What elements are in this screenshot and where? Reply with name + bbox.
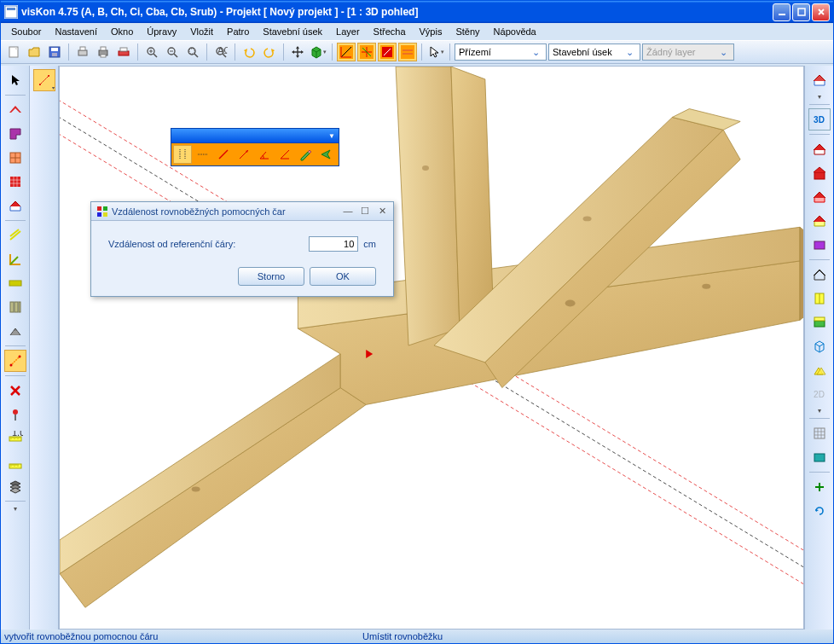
ft-red-line-tool[interactable]	[214, 145, 233, 164]
yellow-lines-tool[interactable]	[4, 224, 26, 247]
plus-tool[interactable]	[808, 476, 831, 498]
new-button[interactable]	[4, 43, 23, 61]
distance-input[interactable]	[309, 236, 358, 252]
zoom-all-button[interactable]: AΩ	[211, 43, 230, 61]
roof-red-tool[interactable]	[4, 99, 26, 121]
export-button[interactable]	[114, 43, 133, 61]
house-view-tool[interactable]	[808, 69, 831, 91]
menu-edit[interactable]: Úpravy	[142, 25, 182, 38]
wall-tool[interactable]	[4, 320, 26, 342]
box-button[interactable]: ▾	[309, 43, 327, 61]
chevron-down-icon: ▼	[328, 132, 335, 140]
svg-rect-28	[9, 281, 21, 286]
print-button[interactable]	[94, 43, 113, 61]
beams-tool[interactable]	[4, 296, 26, 318]
dialog-close-button[interactable]: ✕	[376, 206, 388, 217]
house-red1-tool[interactable]	[808, 138, 831, 160]
menu-layer[interactable]: Layer	[331, 25, 365, 38]
board-tool[interactable]	[4, 272, 26, 294]
menu-floor[interactable]: Patro	[222, 25, 254, 38]
book-tool[interactable]	[808, 287, 831, 310]
house-red2-tool[interactable]	[808, 162, 831, 184]
red-tile-tool[interactable]	[4, 171, 26, 193]
ok-button[interactable]: OK	[310, 267, 376, 286]
viewport-3d[interactable]: ▼ Vzdálenost rovnoběžných pomocných čar	[59, 66, 804, 629]
mode-1-button[interactable]	[337, 43, 356, 61]
toolbox-expand[interactable]: ▾	[14, 505, 17, 513]
rt-expand-1[interactable]: ▾	[818, 93, 821, 101]
floating-toolbar[interactable]: ▼	[171, 128, 339, 166]
ruler-yellow-tool[interactable]	[4, 451, 26, 473]
redo-button[interactable]	[260, 43, 279, 61]
main-window: visKon 4.75 (A, B, Ch, Ci, Cba, Cb, Srub…	[0, 0, 834, 644]
ft-angle2-tool[interactable]	[275, 145, 294, 164]
close-button[interactable]	[812, 3, 830, 21]
zoom-in-button[interactable]	[142, 43, 161, 61]
parallel-line-tool[interactable]: ▾	[33, 69, 55, 91]
cancel-button[interactable]: Storno	[238, 267, 304, 286]
menu-roof[interactable]: Střecha	[368, 25, 411, 38]
mode-4-button[interactable]	[398, 43, 417, 61]
print-preview-button[interactable]	[73, 43, 92, 61]
house-frame-tool[interactable]	[808, 264, 831, 286]
dialog-maximize-button[interactable]: ☐	[359, 206, 371, 217]
svg-point-55	[702, 284, 710, 289]
floor-combo[interactable]: Přízemí⌄	[455, 44, 547, 61]
teal-block-tool[interactable]	[808, 446, 831, 468]
menu-section[interactable]: Stavební úsek	[258, 25, 327, 38]
ft-edit-tool[interactable]	[296, 145, 315, 164]
status-right: Umístit rovnoběžku	[362, 631, 443, 641]
menu-help[interactable]: Nápověda	[489, 25, 542, 38]
menu-settings[interactable]: Nastavení	[49, 25, 102, 38]
svg-rect-8	[78, 50, 87, 55]
wireframe-tool[interactable]	[808, 335, 831, 357]
ft-send-tool[interactable]	[316, 145, 335, 164]
menu-insert[interactable]: Vložit	[185, 25, 218, 38]
menu-walls[interactable]: Stěny	[450, 25, 484, 38]
yellow-triangles-tool[interactable]	[808, 359, 831, 381]
ft-angle-tool[interactable]	[255, 145, 274, 164]
red-x-tool[interactable]	[4, 380, 26, 402]
mode-3-button[interactable]	[378, 43, 397, 61]
ft-dotted-v-tool[interactable]	[173, 145, 192, 164]
house-tool[interactable]	[4, 194, 26, 217]
section-combo[interactable]: Stavební úsek⌄	[548, 44, 640, 61]
mode-2-button[interactable]	[357, 43, 376, 61]
ft-dotted-h-tool[interactable]	[194, 145, 212, 164]
zoom-out-button[interactable]	[163, 43, 182, 61]
refresh-tool[interactable]	[808, 500, 831, 522]
house-red3-tool[interactable]	[808, 186, 831, 208]
guideline-tool[interactable]	[4, 350, 26, 372]
house-yellow-tool[interactable]	[808, 210, 831, 232]
layers-tool[interactable]	[4, 475, 26, 497]
2d-tool[interactable]: 2D	[808, 383, 831, 405]
floating-toolbar-title[interactable]: ▼	[171, 128, 339, 143]
purple-block-tool[interactable]	[808, 234, 831, 256]
shape-purple-tool[interactable]	[4, 123, 26, 145]
measure-tool[interactable]: 1.0	[4, 427, 26, 450]
dialog-minimize-button[interactable]: —	[342, 206, 354, 217]
pin-tool[interactable]	[4, 403, 26, 426]
menu-list[interactable]: Výpis	[414, 25, 448, 38]
cursor-button[interactable]: ▾	[426, 43, 445, 61]
3d-tool[interactable]: 3D	[808, 108, 831, 131]
distance-dialog: Vzdálenost rovnoběžných pomocných čar — …	[90, 201, 394, 297]
green-block-tool[interactable]	[808, 311, 831, 334]
zoom-window-button[interactable]	[183, 43, 202, 61]
maximize-button[interactable]	[792, 3, 810, 21]
menu-file[interactable]: Soubor	[6, 25, 46, 38]
open-button[interactable]	[25, 43, 43, 61]
move-button[interactable]	[288, 43, 307, 61]
menu-window[interactable]: Okno	[106, 25, 138, 38]
dialog-titlebar[interactable]: Vzdálenost rovnoběžných pomocných čar — …	[91, 202, 393, 221]
angle-tool[interactable]	[4, 248, 26, 270]
window-tool[interactable]	[4, 147, 26, 169]
rt-expand-2[interactable]: ▾	[818, 407, 821, 415]
undo-button[interactable]	[240, 43, 258, 61]
ft-arrow-line-tool[interactable]	[235, 145, 253, 164]
arrow-tool[interactable]	[4, 69, 26, 91]
save-button[interactable]	[45, 43, 64, 61]
svg-rect-66	[814, 317, 825, 321]
grid-tool[interactable]	[808, 422, 831, 444]
minimize-button[interactable]	[773, 3, 791, 21]
